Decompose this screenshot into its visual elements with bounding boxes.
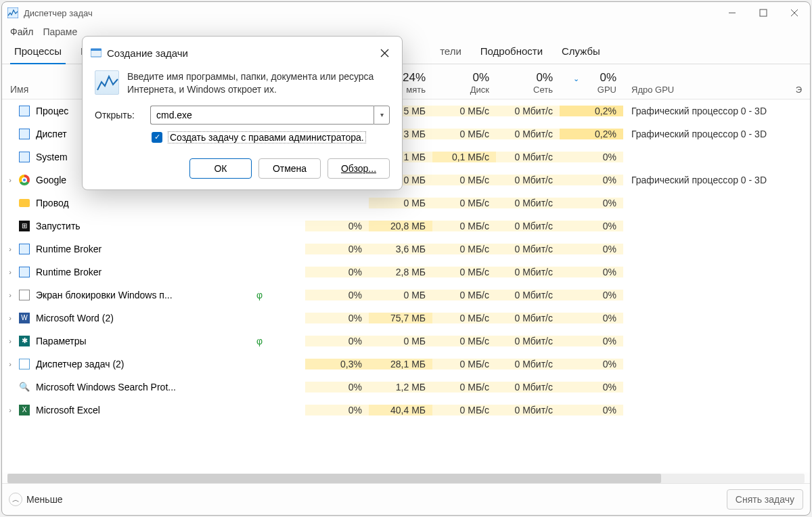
- cell-gpu: 0,2%: [560, 106, 623, 116]
- tab-details[interactable]: Подробности: [471, 40, 552, 64]
- col-network[interactable]: 0% Сеть: [496, 72, 560, 99]
- process-row[interactable]: ›Диспетчер задач (2)0,3%28,1 МБ0 МБ/с0 М…: [2, 353, 810, 376]
- maximize-button[interactable]: [748, 2, 779, 24]
- tab-processes[interactable]: Процессы: [5, 40, 71, 64]
- process-icon: [18, 197, 30, 209]
- process-row[interactable]: ⊞Запустить0%20,8 МБ0 МБ/с0 Мбит/с0%: [2, 215, 810, 238]
- dialog-close-button[interactable]: [375, 43, 394, 62]
- process-name: Microsoft Windows Search Prot...: [36, 382, 176, 392]
- process-icon: [18, 174, 30, 186]
- process-row[interactable]: ›WMicrosoft Word (2)0%75,7 МБ0 МБ/с0 Мби…: [2, 307, 810, 330]
- col-end[interactable]: Э: [795, 85, 809, 99]
- dialog-description: Введите имя программы, папки, документа …: [127, 70, 390, 96]
- cell-cpu: 0,3%: [305, 359, 369, 369]
- expand-icon[interactable]: ›: [2, 291, 18, 299]
- expand-icon[interactable]: ›: [2, 337, 18, 345]
- cell-cpu: 0%: [305, 336, 369, 346]
- cell-memory: 0 МБ: [369, 290, 432, 300]
- expand-icon[interactable]: ›: [2, 314, 18, 322]
- expand-icon[interactable]: ›: [2, 268, 18, 276]
- chevron-down-icon: ▾: [380, 111, 384, 118]
- process-icon: 🔍: [18, 381, 30, 393]
- cell-memory: 0 МБ: [369, 336, 432, 346]
- process-icon: [18, 105, 30, 117]
- svg-rect-6: [91, 49, 102, 51]
- expand-icon[interactable]: ›: [2, 406, 18, 414]
- cell-gpu: 0%: [560, 198, 623, 208]
- close-button[interactable]: [779, 2, 810, 24]
- process-icon: W: [18, 312, 30, 324]
- open-label: Открыть:: [95, 110, 143, 120]
- process-name: Google: [36, 175, 66, 185]
- menu-file[interactable]: Файл: [10, 26, 33, 37]
- tab-users[interactable]: тели: [430, 40, 471, 64]
- cell-gpu: 0%: [560, 290, 623, 300]
- process-name: Экран блокировки Windows п...: [36, 290, 173, 300]
- process-row[interactable]: ›✱Параметрыφ0%0 МБ0 МБ/с0 Мбит/с0%: [2, 330, 810, 353]
- cell-cpu: 0%: [305, 405, 369, 415]
- process-name: Провод: [36, 198, 69, 208]
- horizontal-scrollbar[interactable]: [7, 474, 805, 483]
- cell-cpu: 0%: [305, 382, 369, 392]
- cell-disk: 0 МБ/с: [432, 198, 496, 208]
- leaf-icon: φ: [256, 290, 269, 300]
- process-icon: X: [18, 404, 30, 416]
- cell-cpu: 0%: [305, 267, 369, 277]
- cell-gpu: 0%: [560, 336, 623, 346]
- col-gpu-engine[interactable]: Ядро GPU: [623, 85, 795, 99]
- cell-disk: 0,1 МБ/с: [432, 152, 496, 162]
- cell-network: 0 Мбит/с: [496, 175, 560, 185]
- cell-network: 0 Мбит/с: [496, 382, 560, 392]
- process-row[interactable]: ›Экран блокировки Windows п...φ0%0 МБ0 М…: [2, 284, 810, 307]
- menu-options[interactable]: Параме: [43, 26, 77, 37]
- process-row[interactable]: ›Runtime Broker0%2,8 МБ0 МБ/с0 Мбит/с0%: [2, 261, 810, 284]
- run-dialog-icon: [91, 47, 102, 58]
- cell-disk: 0 МБ/с: [432, 313, 496, 323]
- process-icon: [18, 128, 30, 140]
- fewer-details-button[interactable]: ︿ Меньше: [9, 493, 63, 506]
- open-combobox[interactable]: ▾: [150, 106, 390, 125]
- process-row[interactable]: ›Runtime Broker0%3,6 МБ0 МБ/с0 Мбит/с0%: [2, 238, 810, 261]
- cell-gpu: 0%: [560, 221, 623, 231]
- process-name: Runtime Broker: [36, 267, 102, 277]
- minimize-button[interactable]: [717, 2, 748, 24]
- col-gpu[interactable]: ⌄ 0% GPU: [560, 72, 623, 99]
- svg-rect-2: [760, 9, 767, 16]
- ok-button[interactable]: ОК: [189, 158, 252, 179]
- cell-gpu-engine: Графический процессор 0 - 3D: [623, 129, 795, 139]
- col-disk[interactable]: 0% Диск: [432, 72, 496, 99]
- cell-network: 0 Мбит/с: [496, 313, 560, 323]
- cell-gpu: 0%: [560, 267, 623, 277]
- cell-network: 0 Мбит/с: [496, 198, 560, 208]
- combobox-dropdown-button[interactable]: ▾: [374, 106, 390, 125]
- tab-services[interactable]: Службы: [552, 40, 610, 64]
- cancel-button[interactable]: Отмена: [258, 158, 321, 179]
- process-row[interactable]: 🔍Microsoft Windows Search Prot...0%1,2 М…: [2, 376, 810, 399]
- browse-button[interactable]: Обзор...: [328, 158, 390, 179]
- cell-network: 0 Мбит/с: [496, 405, 560, 415]
- end-task-button[interactable]: Снять задачу: [727, 489, 803, 510]
- cell-network: 0 Мбит/с: [496, 106, 560, 116]
- expand-icon[interactable]: ›: [2, 360, 18, 368]
- expand-icon[interactable]: ›: [2, 176, 18, 184]
- process-row[interactable]: ›XMicrosoft Excel0%40,4 МБ0 МБ/с0 Мбит/с…: [2, 399, 810, 422]
- cell-gpu: 0%: [560, 382, 623, 392]
- cell-network: 0 Мбит/с: [496, 267, 560, 277]
- cell-disk: 0 МБ/с: [432, 382, 496, 392]
- process-row[interactable]: Провод0 МБ0 МБ/с0 Мбит/с0%: [2, 192, 810, 215]
- admin-checkbox[interactable]: ✓: [152, 132, 162, 143]
- window-title: Диспетчер задач: [24, 8, 717, 18]
- process-name: Microsoft Word (2): [36, 313, 114, 323]
- titlebar: Диспетчер задач: [2, 2, 810, 24]
- expand-icon[interactable]: ›: [2, 245, 18, 253]
- chevron-up-icon: ︿: [9, 493, 22, 506]
- admin-checkbox-label[interactable]: Создать задачу с правами администратора.: [168, 131, 366, 143]
- cell-disk: 0 МБ/с: [432, 129, 496, 139]
- leaf-icon: φ: [256, 336, 269, 346]
- cell-disk: 0 МБ/с: [432, 221, 496, 231]
- process-name: Процес: [36, 106, 68, 116]
- open-input[interactable]: [150, 106, 374, 125]
- cell-memory: 75,7 МБ: [369, 313, 432, 323]
- process-name: Параметры: [36, 336, 87, 346]
- process-icon: [18, 358, 30, 370]
